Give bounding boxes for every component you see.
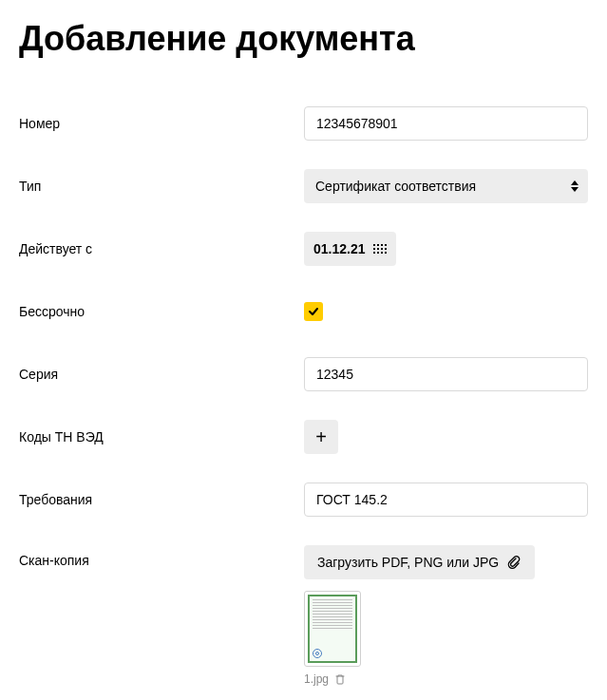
plus-icon: + [315, 426, 327, 448]
row-valid-from: Действует с 01.12.21 [19, 232, 588, 266]
file-preview: 1.jpg [304, 591, 588, 686]
row-scan-copy: Скан-копия Загрузить PDF, PNG или JPG [19, 545, 588, 686]
valid-from-date-picker[interactable]: 01.12.21 [304, 232, 396, 266]
trash-icon[interactable] [334, 673, 346, 685]
row-type: Тип Сертификат соответствия [19, 169, 588, 203]
page-title: Добавление документа [19, 19, 588, 59]
date-value: 01.12.21 [313, 241, 366, 256]
row-requirements: Требования [19, 482, 588, 517]
type-select-value: Сертификат соответствия [304, 169, 588, 203]
label-tnved: Коды ТН ВЭД [19, 429, 304, 445]
file-name: 1.jpg [304, 672, 329, 686]
file-thumbnail[interactable] [304, 591, 361, 667]
upload-button[interactable]: Загрузить PDF, PNG или JPG [304, 545, 535, 579]
add-tnved-button[interactable]: + [304, 420, 338, 454]
series-input[interactable] [304, 357, 588, 391]
row-unlimited: Бессрочно [19, 294, 588, 329]
row-tnved: Коды ТН ВЭД + [19, 420, 588, 454]
upload-button-label: Загрузить PDF, PNG или JPG [317, 555, 499, 570]
type-select[interactable]: Сертификат соответствия [304, 169, 588, 203]
calendar-icon [373, 244, 387, 254]
label-requirements: Требования [19, 492, 304, 507]
check-icon [308, 306, 319, 317]
row-series: Серия [19, 357, 588, 391]
label-type: Тип [19, 179, 304, 194]
label-number: Номер [19, 116, 304, 131]
label-valid-from: Действует с [19, 241, 304, 256]
label-series: Серия [19, 367, 304, 382]
row-number: Номер [19, 106, 588, 141]
unlimited-checkbox[interactable] [304, 302, 323, 321]
label-scan-copy: Скан-копия [19, 545, 304, 568]
number-input[interactable] [304, 106, 588, 141]
label-unlimited: Бессрочно [19, 304, 304, 319]
requirements-input[interactable] [304, 482, 588, 517]
paperclip-icon [506, 555, 522, 570]
